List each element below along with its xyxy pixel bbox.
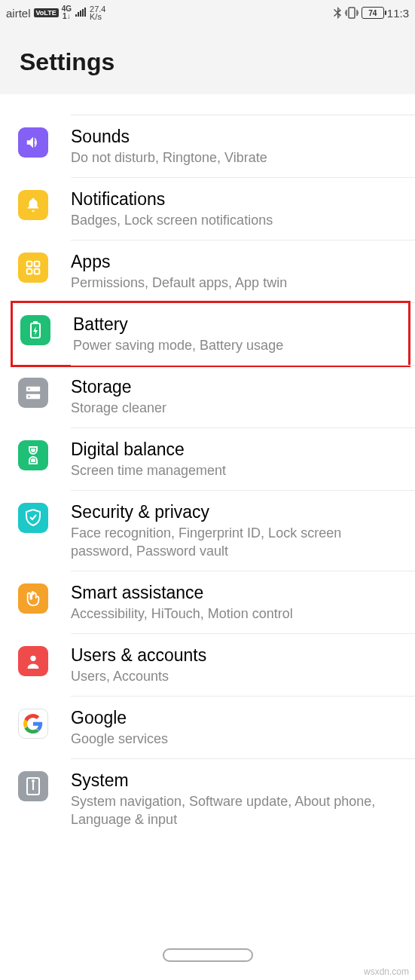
home-indicator[interactable]: [163, 948, 253, 962]
watermark: wsxdn.com: [364, 966, 409, 977]
row-subtitle: Google services: [71, 730, 406, 748]
row-users-accounts[interactable]: Users & accounts Users, Accounts: [0, 634, 415, 696]
row-title: Battery: [73, 314, 404, 335]
system-icon: [18, 771, 48, 801]
row-subtitle: Storage cleaner: [71, 399, 406, 417]
security-icon: [18, 503, 48, 533]
status-right: 74 11:3: [333, 7, 409, 20]
row-title: Smart assistance: [71, 582, 406, 603]
row-smart-assistance[interactable]: Smart assistance Accessibility, HiTouch,…: [0, 571, 415, 633]
row-apps[interactable]: Apps Permissions, Default apps, App twin: [0, 240, 415, 302]
row-title: Google: [71, 707, 406, 728]
svg-point-9: [28, 388, 29, 390]
svg-rect-6: [33, 321, 38, 323]
svg-point-11: [30, 656, 35, 661]
row-title: Security & privacy: [71, 501, 406, 522]
row-storage[interactable]: Storage Storage cleaner: [0, 366, 415, 427]
svg-point-14: [32, 780, 34, 782]
users-icon: [18, 646, 48, 676]
status-left: airtel VoLTE 4G 1↓ 27.4 K/s: [6, 5, 105, 20]
row-system[interactable]: System System navigation, Software updat…: [0, 759, 415, 839]
svg-rect-2: [35, 262, 40, 267]
highlight-box: Battery Power saving mode, Battery usage: [11, 301, 410, 367]
row-subtitle: Do not disturb, Ringtone, Vibrate: [71, 149, 406, 167]
row-title: Notifications: [71, 188, 406, 210]
svg-rect-1: [27, 262, 32, 267]
row-title: Apps: [71, 251, 406, 272]
bluetooth-icon: [333, 7, 342, 19]
volte-badge: VoLTE: [34, 8, 59, 17]
row-subtitle: Power saving mode, Battery usage: [73, 336, 404, 354]
digital-balance-icon: [18, 440, 48, 470]
row-title: Users & accounts: [71, 645, 406, 666]
svg-rect-4: [35, 269, 40, 274]
row-notifications[interactable]: Notifications Badges, Lock screen notifi…: [0, 178, 415, 240]
svg-rect-0: [349, 8, 355, 18]
row-subtitle: System navigation, Software update, Abou…: [71, 792, 406, 828]
row-google[interactable]: Google Google services: [0, 697, 415, 758]
row-subtitle: Accessibility, HiTouch, Motion control: [71, 605, 406, 623]
svg-rect-3: [27, 269, 32, 274]
row-subtitle: Users, Accounts: [71, 667, 406, 685]
row-title: Sounds: [71, 126, 406, 147]
row-subtitle: Screen time management: [71, 461, 406, 479]
google-icon: [18, 709, 48, 739]
status-bar: airtel VoLTE 4G 1↓ 27.4 K/s 74 11:3: [0, 0, 415, 26]
battery-icon: 74: [362, 7, 384, 19]
page-header: Settings: [0, 26, 415, 94]
row-subtitle: Permissions, Default apps, App twin: [71, 274, 406, 292]
smart-assistance-icon: [18, 583, 48, 614]
sounds-icon: [18, 127, 48, 158]
row-title: Storage: [71, 376, 406, 397]
storage-icon: [18, 378, 48, 408]
notifications-icon: [18, 190, 48, 220]
row-title: System: [71, 770, 406, 791]
row-subtitle: Badges, Lock screen notifications: [71, 211, 406, 229]
clock: 11:3: [387, 7, 409, 20]
row-sounds[interactable]: Sounds Do not disturb, Ringtone, Vibrate: [0, 115, 415, 177]
apps-icon: [18, 253, 48, 283]
network-indicator: 4G 1↓: [62, 5, 72, 20]
row-subtitle: Face recognition, Fingerprint ID, Lock s…: [71, 524, 406, 560]
carrier-label: airtel: [6, 7, 31, 20]
settings-list[interactable]: Sounds Do not disturb, Ringtone, Vibrate…: [0, 94, 415, 839]
speed-indicator: 27.4 K/s: [90, 5, 105, 20]
row-title: Digital balance: [71, 439, 406, 460]
signal-icon: [75, 8, 87, 18]
page-title: Settings: [20, 48, 395, 76]
svg-point-10: [28, 396, 29, 397]
battery-icon: [20, 315, 50, 345]
row-digital-balance[interactable]: Digital balance Screen time management: [0, 428, 415, 490]
vibrate-icon: [345, 7, 359, 19]
row-security[interactable]: Security & privacy Face recognition, Fin…: [0, 491, 415, 571]
partial-row-top: [71, 94, 415, 115]
row-battery[interactable]: Battery Power saving mode, Battery usage: [20, 303, 408, 365]
